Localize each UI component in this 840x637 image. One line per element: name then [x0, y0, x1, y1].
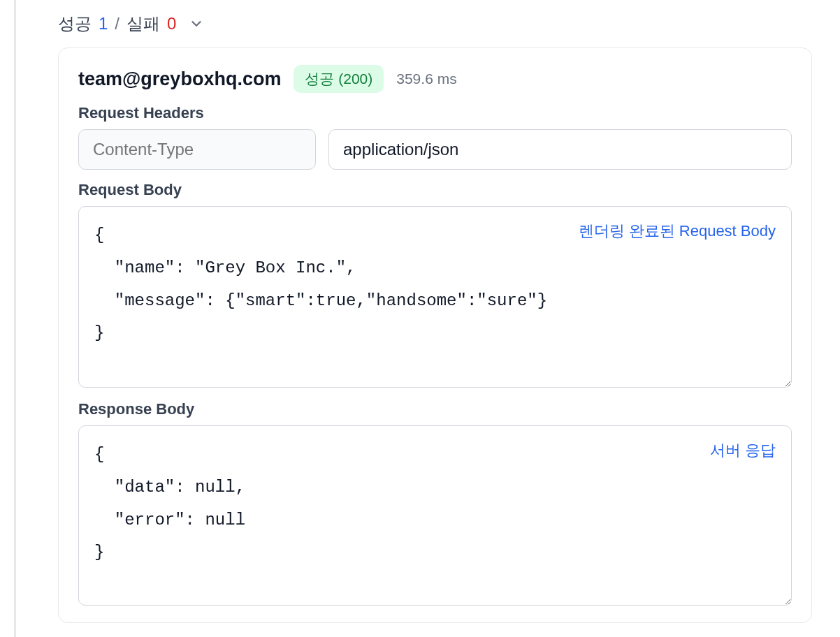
rendered-request-body-link[interactable]: 렌더링 완료된 Request Body — [579, 217, 776, 247]
summary-row: 성공 1 / 실패 0 — [30, 0, 826, 47]
request-log-container: 성공 1 / 실패 0 team@greyboxhq.com 성공 (200) … — [14, 0, 840, 637]
header-key-input[interactable] — [78, 129, 316, 170]
header-value-input[interactable] — [328, 129, 792, 170]
fail-count: 0 — [167, 14, 176, 34]
request-email: team@greyboxhq.com — [78, 68, 281, 90]
server-response-link[interactable]: 서버 응답 — [710, 436, 776, 466]
request-timing: 359.6 ms — [396, 71, 456, 87]
success-count: 1 — [99, 14, 108, 34]
request-body-content: { "name": "Grey Box Inc.", "message": {"… — [94, 226, 547, 342]
request-body-box[interactable]: 렌더링 완료된 Request Body{ "name": "Grey Box … — [78, 206, 792, 388]
card-header: team@greyboxhq.com 성공 (200) 359.6 ms — [78, 65, 792, 93]
request-card: team@greyboxhq.com 성공 (200) 359.6 ms Req… — [58, 47, 812, 623]
summary-separator: / — [115, 14, 120, 34]
response-body-label: Response Body — [78, 400, 792, 418]
status-badge: 성공 (200) — [294, 65, 384, 93]
fail-label: 실패 — [126, 13, 160, 35]
chevron-down-icon[interactable] — [189, 16, 204, 31]
success-label: 성공 — [58, 13, 92, 35]
response-body-box[interactable]: 서버 응답{ "data": null, "error": null } — [78, 425, 792, 606]
request-body-label: Request Body — [78, 181, 792, 199]
request-headers-label: Request Headers — [78, 104, 792, 122]
header-row — [78, 129, 792, 170]
response-body-content: { "data": null, "error": null } — [94, 445, 245, 562]
